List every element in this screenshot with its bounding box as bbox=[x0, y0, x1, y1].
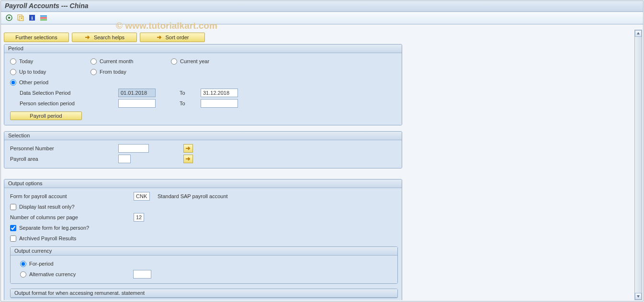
sort-order-button[interactable]: Sort order bbox=[140, 33, 205, 42]
form-desc-label: Standard SAP payroll account bbox=[158, 193, 228, 199]
radio-today[interactable] bbox=[10, 58, 16, 65]
svg-rect-6 bbox=[40, 15, 47, 17]
output-options-title: Output options bbox=[4, 179, 402, 188]
separate-form-checkbox[interactable] bbox=[10, 225, 16, 231]
person-selection-period-label: Person selection period bbox=[20, 101, 75, 106]
output-format-title: Output format for when accessing remuner… bbox=[11, 289, 397, 298]
svg-text:i: i bbox=[31, 15, 33, 21]
form-for-payroll-label: Form for payroll account bbox=[10, 193, 67, 199]
payroll-area-label: Payroll area bbox=[10, 156, 38, 162]
svg-rect-7 bbox=[40, 17, 47, 19]
radio-from-today-label: From today bbox=[100, 69, 126, 75]
form-code-input[interactable] bbox=[134, 192, 150, 201]
radio-alt-currency-label: Alternative currency bbox=[29, 271, 76, 277]
num-cols-input[interactable] bbox=[134, 213, 144, 222]
data-selection-period-label: Data Selection Period bbox=[20, 90, 70, 96]
alt-currency-input[interactable] bbox=[133, 270, 151, 279]
payroll-area-multiselect-button[interactable] bbox=[183, 155, 193, 163]
radio-up-to-today-label: Up to today bbox=[19, 69, 46, 75]
sort-order-label: Sort order bbox=[166, 34, 189, 40]
person-selection-from-input[interactable] bbox=[118, 99, 156, 108]
payroll-period-button[interactable]: Payroll period bbox=[10, 112, 82, 120]
output-options-panel: Output options Form for payroll account … bbox=[4, 179, 402, 300]
arrow-right-icon bbox=[84, 34, 91, 41]
svg-rect-8 bbox=[40, 19, 47, 21]
search-helps-button[interactable]: Search helps bbox=[72, 33, 137, 42]
main-toolbar: i bbox=[1, 12, 643, 24]
radio-current-year[interactable] bbox=[171, 58, 177, 65]
radio-current-month[interactable] bbox=[90, 58, 97, 65]
radio-alt-currency[interactable] bbox=[20, 271, 26, 278]
radio-for-period[interactable] bbox=[20, 261, 26, 267]
payroll-area-input[interactable] bbox=[118, 155, 131, 163]
svg-point-1 bbox=[8, 17, 11, 19]
display-last-label: Display last result only? bbox=[19, 204, 75, 210]
output-currency-panel: Output currency For-period Alternative c… bbox=[10, 246, 398, 284]
radio-other-period[interactable] bbox=[10, 79, 16, 86]
scroll-up-icon[interactable] bbox=[635, 30, 642, 37]
display-last-checkbox[interactable] bbox=[10, 204, 16, 210]
period-panel: Period Today Current month Current year bbox=[4, 44, 402, 125]
selection-panel: Selection Personnel Number bbox=[4, 131, 402, 168]
vertical-scrollbar[interactable] bbox=[634, 30, 642, 300]
period-panel-title: Period bbox=[4, 45, 402, 53]
num-cols-label: Number of columns per page bbox=[10, 214, 78, 220]
radio-up-to-today[interactable] bbox=[10, 69, 16, 75]
arrow-right-icon bbox=[156, 34, 163, 41]
form-scroll-area: Further selections Search helps Sort ord… bbox=[1, 30, 634, 300]
scroll-down-icon[interactable] bbox=[635, 293, 642, 300]
radio-today-label: Today bbox=[19, 58, 33, 64]
to-label: To bbox=[180, 90, 185, 96]
execute-icon[interactable] bbox=[5, 13, 13, 22]
data-selection-to-input[interactable] bbox=[201, 89, 238, 97]
personnel-multiselect-button[interactable] bbox=[183, 144, 193, 153]
radio-current-month-label: Current month bbox=[100, 58, 133, 64]
archived-checkbox[interactable] bbox=[10, 235, 16, 242]
search-helps-label: Search helps bbox=[94, 34, 124, 40]
output-currency-title: Output currency bbox=[11, 247, 397, 256]
selection-panel-title: Selection bbox=[4, 132, 402, 140]
radio-current-year-label: Current year bbox=[180, 58, 209, 64]
output-format-panel: Output format for when accessing remuner… bbox=[10, 289, 398, 298]
info-icon[interactable]: i bbox=[28, 13, 36, 22]
personnel-number-input[interactable] bbox=[118, 144, 149, 153]
layout-icon[interactable] bbox=[39, 13, 48, 22]
window-title: Payroll Accounts --- China bbox=[1, 1, 643, 12]
radio-other-period-label: Other period bbox=[19, 79, 48, 85]
radio-from-today[interactable] bbox=[90, 69, 97, 75]
personnel-number-label: Personnel Number bbox=[10, 145, 54, 151]
separate-form-label: Separate form for leg.person? bbox=[19, 225, 89, 231]
further-selections-button[interactable]: Further selections bbox=[4, 33, 69, 42]
data-selection-from-input[interactable] bbox=[118, 89, 156, 97]
archived-label: Archived Payroll Results bbox=[19, 235, 76, 241]
radio-for-period-label: For-period bbox=[29, 261, 54, 267]
get-variant-icon[interactable] bbox=[16, 13, 25, 22]
person-selection-to-input[interactable] bbox=[201, 99, 238, 108]
selection-button-row: Further selections Search helps Sort ord… bbox=[4, 33, 632, 42]
to-label: To bbox=[180, 101, 185, 106]
